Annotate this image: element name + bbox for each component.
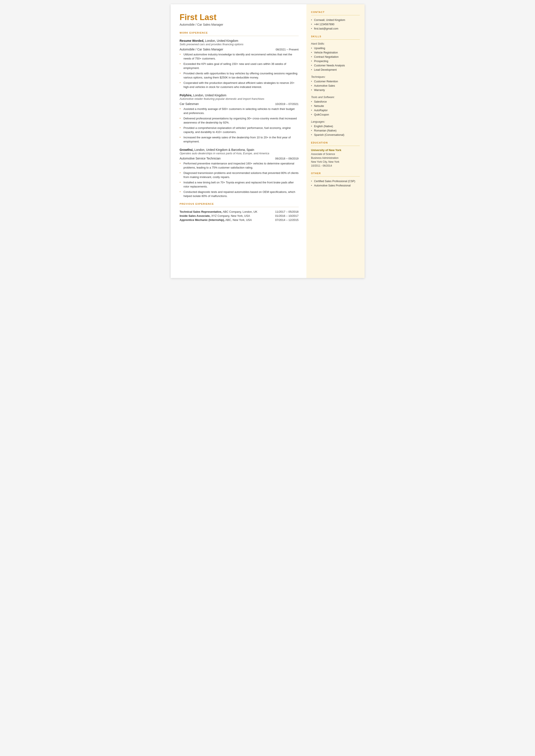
prev-exp-1-left: Technical Sales Representative, ABC Comp… — [180, 210, 275, 213]
work-experience-title: WORK EXPERIENCE — [180, 32, 299, 34]
left-column: First Last Automobile / Car Sales Manage… — [171, 4, 306, 278]
job-3-title: Automotive Service Technician — [180, 157, 221, 160]
education-divider — [311, 146, 360, 146]
resume-page: First Last Automobile / Car Sales Manage… — [171, 4, 365, 278]
job-1-bullets: Utilized automotive industry knowledge t… — [180, 52, 299, 89]
other-title: OTHER — [311, 172, 360, 175]
contact-email: first.last@gmail.com — [311, 26, 360, 31]
languages-list: English (Native) Romanian (Native) Spani… — [311, 124, 360, 137]
tool-item: Netsuite — [311, 104, 360, 108]
candidate-name: First Last — [180, 13, 299, 22]
bullet-item: Conducted diagnostic tests and repaired … — [180, 190, 299, 198]
tools-label: Tools and Software: — [311, 96, 360, 99]
edu-field: Business Administration — [311, 156, 360, 160]
skills-title: SKILLS — [311, 35, 360, 38]
prev-exp-3-dates: 07/2014 – 12/2015 — [275, 218, 298, 222]
bullet-item: Provided clients with opportunities to b… — [180, 71, 299, 80]
bullet-item: Performed preventive maintenance and ins… — [180, 161, 299, 170]
prev-exp-row-2: Inside Sales Associate, XYZ Company, New… — [180, 214, 299, 217]
job-2-dates: 10/2019 – 07/2021 — [275, 102, 298, 106]
prev-exp-2-rest: XYZ Company, New York, USA — [211, 214, 250, 217]
employer-2-location: London, United Kingdom — [192, 94, 226, 97]
bullet-item: Cooperated with the production departmen… — [180, 81, 299, 89]
bullet-item: Utilized automotive industry knowledge t… — [180, 52, 299, 61]
prev-exp-3-left: Apprentice Mechanic (Internship), ABC, N… — [180, 218, 275, 222]
prev-divider — [180, 207, 299, 207]
employer-1-tagline: Sells preowned cars and provides financi… — [180, 43, 299, 46]
prev-exp-row-3: Apprentice Mechanic (Internship), ABC, N… — [180, 218, 299, 222]
job-1-dates: 08/2021 – Present — [276, 48, 298, 51]
right-column: CONTACT Cornwall, United Kingdom +44 123… — [306, 4, 365, 278]
job-2-title: Car Salesman — [180, 102, 199, 106]
previous-exp-list: Technical Sales Representative, ABC Comp… — [180, 210, 299, 222]
job-3-bullets: Performed preventive maintenance and ins… — [180, 161, 299, 198]
bullet-item: Installed a new timing belt on 70+ Toyot… — [180, 181, 299, 189]
bullet-item: Diagnosed transmission problems and reco… — [180, 171, 299, 179]
techniques-list: Customer Retention Automotive Sales Warr… — [311, 79, 360, 92]
skill-item: Lead Development — [311, 68, 360, 72]
skill-item: Upselling — [311, 46, 360, 50]
employer-3-tagline: Operates auto dealerships in various par… — [180, 152, 299, 155]
bullet-item: Provided a comprehensive explanation of … — [180, 126, 299, 134]
tool-item: Salesforce — [311, 99, 360, 104]
education-title: EDUCATION — [311, 141, 360, 144]
languages-label: Languages: — [311, 120, 360, 123]
language-item: Romanian (Native) — [311, 128, 360, 133]
job-1: Resume Worded, London, United Kingdom Se… — [180, 39, 299, 89]
employer-1-location: London, United Kingdom — [204, 39, 238, 42]
prev-exp-1-dates: 11/2017 – 05/2018 — [275, 210, 298, 213]
contact-phone: +44 1234567890 — [311, 22, 360, 26]
employer-3-line: Growthsi, London, United Kingdom & Barce… — [180, 148, 299, 152]
job-3-row: Automotive Service Technician 06/2018 – … — [180, 157, 299, 160]
edu-school-name: University of New York — [311, 149, 360, 152]
prev-exp-2-left: Inside Sales Associate, XYZ Company, New… — [180, 214, 275, 217]
contact-section: CONTACT Cornwall, United Kingdom +44 123… — [311, 11, 360, 31]
tools-list: Salesforce Netsuite AutoRaptor QuikCoupo… — [311, 99, 360, 117]
language-item: English (Native) — [311, 124, 360, 128]
tool-item: QuikCoupon — [311, 113, 360, 117]
contact-address: Cornwall, United Kingdom — [311, 18, 360, 22]
employer-3-name: Growthsi, — [180, 148, 194, 152]
bullet-item: Assisted a monthly average of 500+ custo… — [180, 107, 299, 115]
tool-item: AutoRaptor — [311, 108, 360, 113]
prev-exp-2-bold: Inside Sales Associate, — [180, 214, 211, 217]
employer-2-line: Polyhire, London, United Kingdom — [180, 94, 299, 97]
technique-item: Customer Retention — [311, 79, 360, 84]
other-item-2: Automotive Sales Professional — [311, 183, 360, 188]
technique-item: Warranty — [311, 88, 360, 92]
contact-list: Cornwall, United Kingdom +44 1234567890 … — [311, 18, 360, 31]
hard-skills-list: Upselling Vehicle Registration Contract … — [311, 46, 360, 72]
techniques-label: Techniques: — [311, 75, 360, 78]
other-item-1: Certified Sales Professional (CSP) — [311, 179, 360, 183]
skill-item: Customer Needs Analysis — [311, 63, 360, 68]
other-section: OTHER Certified Sales Professional (CSP)… — [311, 172, 360, 188]
other-list: Certified Sales Professional (CSP) Autom… — [311, 179, 360, 188]
employer-2-name: Polyhire, — [180, 94, 192, 97]
prev-exp-1-rest: ABC Company, London, UK — [222, 210, 258, 213]
bullet-item: Increased the average weekly sales of th… — [180, 135, 299, 144]
skill-item: Vehicle Registration — [311, 50, 360, 55]
job-3-dates: 06/2018 – 09/2019 — [275, 157, 298, 160]
employer-1-name: Resume Worded, — [180, 39, 204, 42]
employer-2-tagline: Automotive retailer featuring popular do… — [180, 97, 299, 100]
previous-experience-title: PREVIOUS EXPERIENCE — [180, 203, 299, 205]
skill-item: Prospecting — [311, 59, 360, 63]
job-1-title: Automobile / Car Sales Manager — [180, 48, 223, 51]
edu-degree: Associate of Science — [311, 152, 360, 156]
job-2-row: Car Salesman 10/2019 – 07/2021 — [180, 102, 299, 106]
job-3: Growthsi, London, United Kingdom & Barce… — [180, 148, 299, 198]
previous-experience-section: PREVIOUS EXPERIENCE Technical Sales Repr… — [180, 203, 299, 222]
skills-section: SKILLS Hard Skills: Upselling Vehicle Re… — [311, 35, 360, 137]
employer-1-line: Resume Worded, London, United Kingdom — [180, 39, 299, 42]
bullet-item: Delivered professional presentations by … — [180, 116, 299, 125]
hard-skills-label: Hard Skills: — [311, 42, 360, 45]
prev-exp-2-dates: 01/2016 – 10/2017 — [275, 214, 298, 217]
other-divider — [311, 176, 360, 177]
work-experience-section: WORK EXPERIENCE Resume Worded, London, U… — [180, 32, 299, 198]
prev-exp-row-1: Technical Sales Representative, ABC Comp… — [180, 210, 299, 213]
skill-item: Contract Negotiation — [311, 55, 360, 59]
job-1-row: Automobile / Car Sales Manager 08/2021 –… — [180, 48, 299, 51]
edu-entry-1: University of New York Associate of Scie… — [311, 149, 360, 168]
prev-exp-1-bold: Technical Sales Representative, — [180, 210, 222, 213]
education-section: EDUCATION University of New York Associa… — [311, 141, 360, 168]
